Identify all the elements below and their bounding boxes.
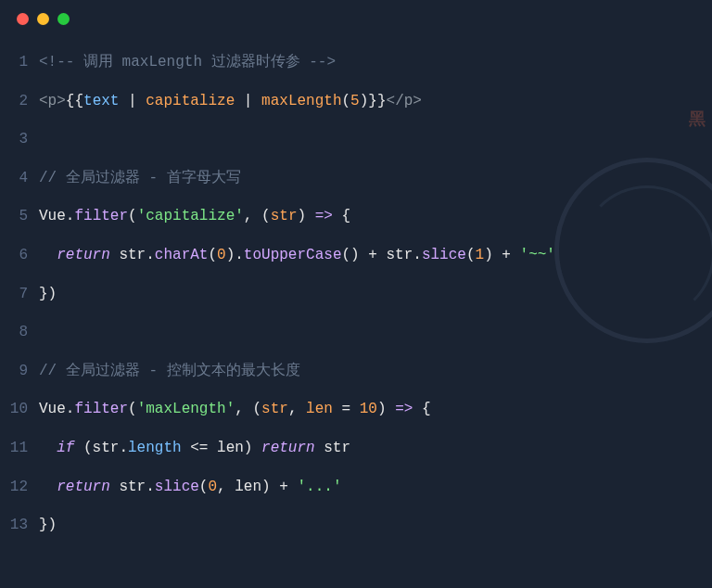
- token-punct: ): [297, 208, 314, 224]
- line-number: 12: [0, 468, 39, 507]
- code-content: Vue.filter('maxLength', (str, len = 10) …: [39, 390, 712, 429]
- token-tag: p: [404, 93, 413, 109]
- token-var: str: [110, 247, 146, 263]
- token-punct: {: [333, 208, 350, 224]
- code-line: 10Vue.filter('maxLength', (str, len = 10…: [0, 390, 712, 429]
- token-yellow: len: [306, 401, 333, 417]
- code-line: 8: [0, 313, 712, 352]
- token-tag: p: [48, 93, 57, 109]
- token-tag: >: [413, 93, 422, 109]
- token-return: if: [57, 440, 74, 456]
- code-line: 3: [0, 121, 712, 160]
- token-indent: [39, 479, 57, 495]
- code-line: 6 return str.charAt(0).toUpperCase() + s…: [0, 236, 712, 275]
- token-white: }}: [368, 93, 386, 109]
- token-method: charAt: [155, 247, 209, 263]
- token-white: (: [342, 93, 351, 109]
- token-num: 1: [476, 247, 485, 263]
- code-content: [39, 121, 712, 160]
- token-method: slice: [422, 247, 466, 263]
- token-indent: [39, 247, 57, 263]
- token-punct: , len) +: [217, 479, 297, 495]
- code-content: return str.charAt(0).toUpperCase() + str…: [39, 236, 712, 275]
- token-num: 5: [350, 93, 360, 109]
- token-punct: ) +: [484, 247, 519, 263]
- token-arrow: =>: [315, 208, 333, 224]
- token-yellow: str: [261, 401, 288, 417]
- code-content: // 全局过滤器 - 控制文本的最大长度: [39, 352, 712, 391]
- code-line: 4// 全局过滤器 - 首字母大写: [0, 160, 712, 198]
- token-var: str: [315, 440, 350, 456]
- line-number: 3: [0, 121, 39, 160]
- token-yellow: str: [271, 208, 298, 224]
- token-punct: ,: [288, 401, 306, 417]
- token-string: '~~': [520, 247, 555, 263]
- code-line: 12 return str.slice(0, len) + '...': [0, 468, 712, 507]
- token-punct: ).: [226, 247, 244, 263]
- code-editor[interactable]: 1<!-- 调用 maxLength 过滤器时传参 -->2<p>{{text …: [0, 34, 712, 555]
- code-line: 2<p>{{text | capitalize | maxLength(5)}}…: [0, 83, 712, 121]
- token-white: |: [235, 93, 261, 109]
- token-punct: }): [39, 517, 57, 533]
- token-filter: capitalize: [146, 93, 235, 109]
- token-comment: // 全局过滤器 - 首字母大写: [39, 170, 241, 186]
- token-punct: .: [146, 247, 155, 263]
- token-punct: .: [66, 401, 75, 417]
- token-punct: (: [199, 479, 209, 495]
- token-punct: <= len): [182, 440, 261, 456]
- code-content: Vue.filter('capitalize', (str) => {: [39, 198, 712, 236]
- token-string: 'maxLength': [137, 401, 235, 417]
- token-punct: , (: [244, 208, 271, 224]
- token-arrow: =>: [395, 401, 413, 417]
- minimize-button[interactable]: [37, 13, 49, 25]
- token-method: filter: [74, 401, 128, 417]
- token-return: return: [57, 247, 110, 263]
- code-line: 5Vue.filter('capitalize', (str) => {: [0, 198, 712, 236]
- token-num: 0: [208, 479, 217, 495]
- code-line: 7}): [0, 275, 712, 314]
- token-tag: </: [387, 93, 404, 109]
- token-punct: (: [466, 247, 476, 263]
- line-number: 4: [0, 160, 39, 198]
- line-number: 11: [0, 429, 39, 468]
- token-filter: maxLength: [261, 93, 341, 109]
- code-content: }): [39, 275, 712, 314]
- token-num: 10: [360, 401, 377, 417]
- token-return: return: [57, 479, 110, 495]
- token-obj: Vue: [39, 401, 66, 417]
- token-comment: <!-- 调用 maxLength 过滤器时传参 -->: [39, 54, 336, 70]
- line-number: 2: [0, 83, 39, 121]
- code-content: if (str.length <= len) return str: [39, 429, 712, 468]
- code-line: 13}): [0, 506, 712, 545]
- code-content: }): [39, 506, 712, 545]
- line-number: 6: [0, 236, 39, 275]
- token-prop: length: [128, 440, 182, 456]
- window-controls: [0, 0, 712, 34]
- token-punct: (str.: [74, 440, 128, 456]
- token-punct: (: [208, 247, 217, 263]
- code-content: <!-- 调用 maxLength 过滤器时传参 -->: [39, 44, 712, 83]
- token-punct: {: [413, 401, 430, 417]
- token-num: 0: [217, 247, 226, 263]
- close-button[interactable]: [17, 13, 29, 25]
- token-white: ): [360, 93, 369, 109]
- code-line: 11 if (str.length <= len) return str: [0, 429, 712, 468]
- maximize-button[interactable]: [57, 13, 70, 25]
- code-line: 1<!-- 调用 maxLength 过滤器时传参 -->: [0, 44, 712, 83]
- line-number: 9: [0, 352, 39, 391]
- line-number: 1: [0, 44, 39, 83]
- token-punct: , (: [235, 401, 261, 417]
- token-punct: ): [377, 401, 395, 417]
- code-content: return str.slice(0, len) + '...': [39, 468, 712, 507]
- token-indent: [39, 440, 57, 456]
- token-punct: () + str.: [341, 247, 421, 263]
- code-content: <p>{{text | capitalize | maxLength(5)}}<…: [39, 83, 712, 121]
- token-obj: Vue: [39, 208, 66, 224]
- token-punct: .: [146, 479, 155, 495]
- token-punct: .: [66, 208, 75, 224]
- token-tag: <: [39, 93, 48, 109]
- token-comment: // 全局过滤器 - 控制文本的最大长度: [39, 363, 300, 379]
- code-line: 9// 全局过滤器 - 控制文本的最大长度: [0, 352, 712, 391]
- token-punct: (: [128, 401, 137, 417]
- token-white: {{: [66, 93, 83, 109]
